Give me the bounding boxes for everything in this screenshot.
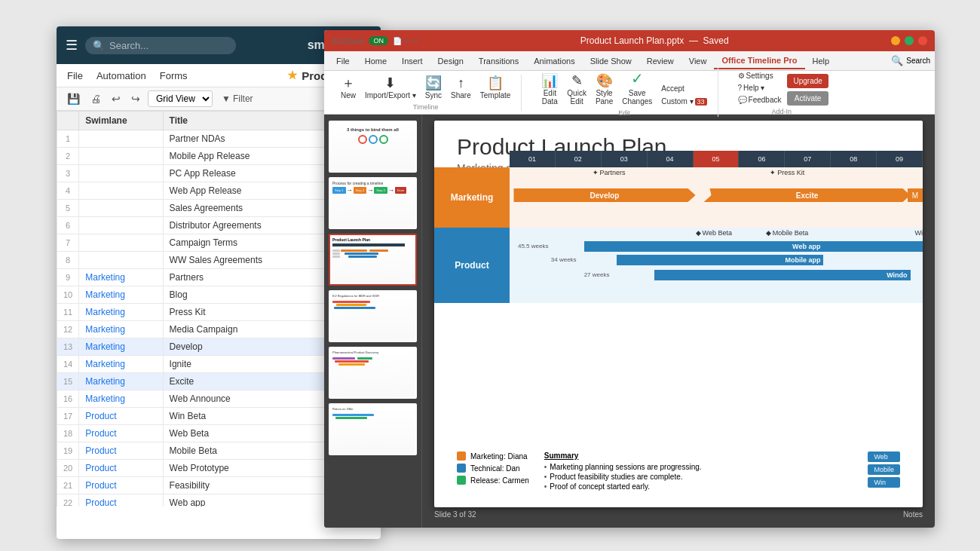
star-marker-partners: ✦ — [593, 169, 599, 176]
cell-title: Partners — [163, 269, 326, 286]
style-icon: 🎨 — [596, 74, 613, 87]
ppt-filename: Product Launch Plan.pptx — Saved — [418, 35, 891, 46]
maximize-btn[interactable] — [905, 36, 914, 45]
slide-thumb-container-1: 1 3 things to bind them all — [329, 121, 417, 173]
legend-release: Release: Carmen — [457, 476, 529, 485]
save-btn[interactable]: 💾 — [64, 91, 83, 106]
milestone-webbeta: ◆ Web Beta — [696, 229, 732, 237]
thumb-5-content: Pharmaceutical Product Discovery — [330, 348, 415, 397]
ppt-titlebar: AutoSave ON 📄 ↩ ↪ Product Launch Plan.pp… — [324, 30, 935, 51]
close-btn[interactable] — [918, 36, 927, 45]
ribbon-btn-import[interactable]: ⬇ Import/Export ▾ — [362, 75, 419, 101]
autosave-area: AutoSave ON 📄 ↩ ↪ — [332, 36, 418, 45]
tab-file[interactable]: File — [329, 54, 357, 69]
marketing-content: ✦ Partners ✦ Press Kit Develop — [510, 167, 923, 228]
cell-title: Excite — [163, 373, 326, 390]
cell-rownum: 13 — [57, 338, 79, 356]
cell-title: Blog — [163, 286, 326, 304]
nav-forms[interactable]: Forms — [160, 70, 188, 81]
search-input[interactable] — [109, 40, 228, 51]
filter-btn[interactable]: ▼ Filter — [217, 92, 258, 106]
slide-thumb-1[interactable]: 3 things to bind them all — [329, 121, 417, 173]
cell-swimlane: Product — [79, 408, 163, 425]
thumb-4-row-2 — [332, 304, 413, 306]
label-34weeks: 34 weeks — [551, 256, 577, 263]
thumb-5-row-2 — [332, 360, 413, 363]
redo-btn[interactable]: ↪ — [128, 91, 143, 106]
tab-animations[interactable]: Animations — [526, 54, 582, 69]
cell-rownum: 10 — [57, 286, 79, 304]
label-wi: Wi — [915, 229, 923, 237]
nav-automation[interactable]: Automation — [96, 70, 146, 81]
ribbon-btn-template[interactable]: 📋 Template — [477, 75, 514, 101]
slide-thumb-5[interactable]: Pharmaceutical Product Discovery — [329, 347, 417, 399]
ribbon-btn-savechanges[interactable]: ✓ SaveChanges — [619, 68, 655, 107]
slide-thumb-container-3: 3 Product Launch Plan — [329, 234, 417, 286]
cell-rownum: 3 — [57, 165, 79, 182]
tab-officetimeline[interactable]: Office Timeline Pro — [714, 53, 804, 69]
bar-m: M — [908, 188, 923, 202]
share-icon: ↑ — [458, 76, 464, 90]
minimize-btn[interactable] — [891, 36, 900, 45]
tab-transitions[interactable]: Transitions — [471, 54, 526, 69]
month-09: 09 — [877, 151, 923, 167]
summary-item-2: • Product feasibility studies are comple… — [544, 473, 853, 481]
slide-main: Product Launch Plan Marketing and Develo… — [422, 115, 935, 528]
tab-home[interactable]: Home — [357, 54, 394, 69]
ribbon-btn-quickedit[interactable]: ✎ QuickEdit — [564, 72, 590, 107]
cell-swimlane: Marketing — [79, 269, 163, 286]
tab-slideshow[interactable]: Slide Show — [583, 54, 639, 69]
month-03: 03 — [602, 151, 648, 167]
slide-panel[interactable]: 1 3 things to bind them all 2 — [324, 115, 422, 528]
upgrade-btn[interactable]: Upgrade — [787, 74, 828, 88]
ribbon-btn-new[interactable]: ＋ New — [338, 75, 359, 101]
print-btn[interactable]: 🖨 — [87, 91, 104, 106]
slide-bottom-bar: Slide 3 of 32 Notes — [434, 507, 923, 522]
tab-review[interactable]: Review — [639, 54, 681, 69]
ribbon-btn-editdata[interactable]: 📊 EditData — [538, 72, 561, 107]
cell-swimlane: Product — [79, 460, 163, 477]
cell-swimlane — [79, 130, 163, 148]
cell-rownum: 19 — [57, 442, 79, 460]
tab-view[interactable]: View — [681, 54, 715, 69]
bar-excite: Excite — [704, 188, 911, 202]
tab-help[interactable]: Help — [805, 54, 838, 69]
ribbon-btn-sync[interactable]: 🔄 Sync — [422, 75, 445, 101]
diamond-mobilebeta: ◆ — [766, 229, 771, 237]
search-box[interactable]: 🔍 — [85, 37, 236, 54]
ribbon-btn-feedback[interactable]: 💬 Feedback — [735, 94, 785, 106]
cell-swimlane — [79, 182, 163, 200]
ribbon-btn-help[interactable]: ? Help ▾ — [735, 82, 785, 93]
cell-swimlane: Product — [79, 442, 163, 460]
product-content: ◆ Web Beta ◆ Mobile Beta Wi 45.5 — [510, 228, 923, 303]
tab-design[interactable]: Design — [430, 54, 471, 69]
nav-file[interactable]: File — [67, 70, 83, 81]
ribbon-btn-settings[interactable]: ⚙ Settings — [735, 70, 785, 81]
ribbon-btn-custom[interactable]: Custom ▾ 33 — [658, 96, 709, 107]
slide-thumb-3[interactable]: Product Launch Plan — [329, 234, 417, 286]
ribbon-btn-share[interactable]: ↑ Share — [448, 75, 474, 101]
cell-swimlane — [79, 200, 163, 217]
cell-title: Win Beta — [163, 408, 326, 425]
tab-insert[interactable]: Insert — [394, 54, 430, 69]
edit-data-icon: 📊 — [541, 74, 558, 87]
ribbon-btn-stylepane[interactable]: 🎨 StylePane — [593, 72, 616, 107]
undo-btn[interactable]: ↩ — [109, 91, 124, 106]
activate-btn[interactable]: Activate — [787, 91, 828, 106]
hamburger-menu-icon[interactable]: ☰ — [66, 37, 78, 54]
ribbon-btn-accept[interactable]: Accept — [658, 83, 709, 94]
month-01: 01 — [510, 151, 556, 167]
view-select[interactable]: Grid View — [148, 90, 213, 107]
ribbon-group-timeline: ＋ New ⬇ Import/Export ▾ 🔄 Sync ↑ Share 📋 — [330, 75, 522, 111]
milestone-presskit: ✦ Press Kit — [770, 169, 804, 176]
autosave-toggle[interactable]: ON — [369, 36, 388, 45]
cell-rownum: 14 — [57, 356, 79, 373]
thumb-3-title: Product Launch Plan — [332, 237, 413, 242]
slide-thumb-2[interactable]: Process for creating a timeline Step 1 →… — [329, 177, 417, 229]
diamond-webbeta: ◆ — [696, 229, 701, 237]
slide-thumb-4[interactable]: EU Regulations for MDR and IVDR — [329, 290, 417, 342]
cell-title: PC App Release — [163, 165, 326, 182]
slide-thumb-6[interactable]: Return on Offer — [329, 403, 417, 455]
thumb-gantt-row-1 — [332, 249, 413, 252]
thumb-4-title: EU Regulations for MDR and IVDR — [332, 294, 413, 298]
